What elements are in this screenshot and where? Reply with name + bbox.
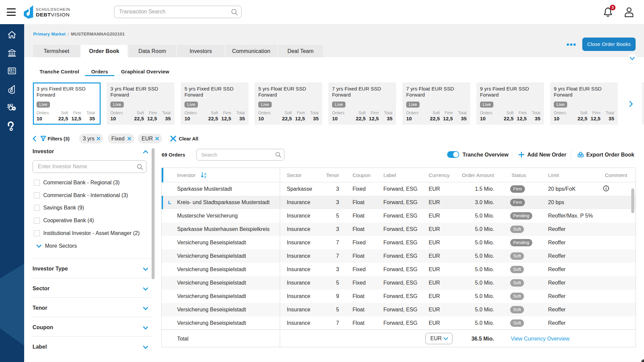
svg-text:Z: Z: [204, 175, 206, 179]
